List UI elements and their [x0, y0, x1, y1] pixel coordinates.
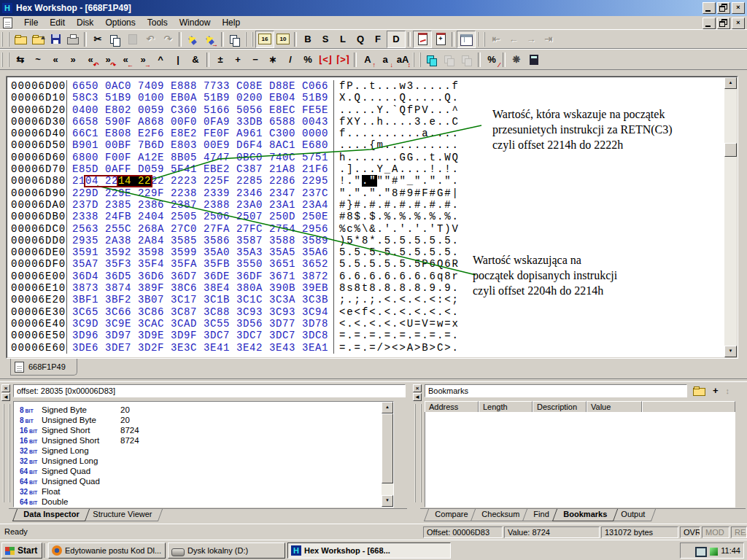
scroll-thumb[interactable] [724, 143, 737, 157]
lowercase-button[interactable]: a↓ [376, 52, 394, 68]
open-button[interactable] [12, 31, 29, 47]
menu-item-file[interactable]: File [18, 17, 44, 28]
inspector-row[interactable]: 64 BITSigned Quad [14, 466, 382, 476]
inspector-scrollbar[interactable]: ▲ ▼ [382, 402, 393, 507]
tab-bookmarks[interactable]: Bookmarks [552, 509, 618, 521]
hex-row[interactable]: 00006D802104 2214 2222 2223 225F 2285 22… [7, 175, 460, 187]
shift-right-button[interactable]: » [64, 52, 82, 68]
uppercase-button[interactable]: A↑ [359, 52, 376, 68]
rotate-right-button[interactable]: »↷ [99, 52, 117, 68]
hex-row[interactable]: 00006D50B901 00BF 7B6D E803 00E9 D6F4 8A… [7, 139, 460, 151]
rotate-left-button[interactable]: «↶ [82, 52, 99, 68]
edit-bookmark-button[interactable] [413, 31, 432, 48]
modulus-button[interactable]: % [299, 52, 317, 68]
ascii-values[interactable]: 5.5.5.5.5.5.5.5. [334, 246, 460, 258]
quad-display-button[interactable]: Q [352, 31, 369, 47]
hex-row[interactable]: 00006DF035A7 35F3 35F4 35FA 35FB 3550 36… [7, 258, 460, 270]
add-bookmark-button[interactable]: + [432, 31, 449, 47]
hex-row[interactable]: 00006D1058C3 51B9 0100 EB0A 51B9 0200 EB… [7, 92, 460, 104]
hex-values[interactable]: 6800 F00F A12E 8B05 4747 0BC0 740C 5751 [67, 152, 334, 163]
print-button[interactable] [64, 31, 82, 47]
hex-row[interactable]: 00006D200400 E802 0059 C360 5166 5056 E8… [7, 104, 460, 116]
inspector-row[interactable]: 8 BITUnsigned Byte20 [14, 415, 382, 425]
panel-grip[interactable] [3, 404, 10, 502]
inspector-row[interactable]: 64 BITDouble [14, 497, 382, 507]
hex-values[interactable]: 3591 3592 3598 3599 35A0 35A3 35A5 35A6 [67, 246, 334, 258]
scroll-down-button[interactable]: ▼ [724, 346, 737, 357]
hex-row[interactable]: 00006D4066C1 E808 E2F6 E8E2 FE0F A961 C3… [7, 128, 460, 139]
hex-values[interactable]: 237D 2385 2386 2387 2388 23A0 23A1 23A4 [67, 199, 334, 211]
child-minimize-button[interactable] [703, 18, 716, 29]
ascii-values[interactable]: fP..t...w3.....f [334, 80, 460, 92]
hex-values[interactable]: 66C1 E808 E2F6 E8E2 FE0F A961 C300 0000 [67, 128, 334, 139]
inspector-row[interactable]: 16 BITUnsigned Short8724 [14, 435, 382, 446]
ascii-values[interactable]: 6.6.6.6.6.6.6q8r [334, 271, 460, 282]
scroll-up-button[interactable]: ▲ [724, 77, 737, 89]
checksum-button[interactable]: %⁄ [483, 52, 500, 68]
start-button[interactable]: Start [1, 542, 42, 559]
tab-structure-viewer[interactable]: Structure Viewer [82, 509, 163, 521]
hex-values[interactable]: 6650 0AC0 7409 E888 7733 C08E D88E C066 [67, 80, 334, 92]
hex-row[interactable]: 00006D306658 590F A868 00F0 0FA9 33DB 65… [7, 116, 460, 128]
task-button-3[interactable]: Hex Workshop - [668... [287, 542, 451, 559]
hex-row[interactable]: 00006DB02338 24FB 2404 2505 2506 2507 25… [7, 211, 460, 222]
open-bookmarks-icon[interactable] [693, 388, 705, 396]
child-close-button[interactable]: × [732, 18, 745, 29]
or-operation-button[interactable]: | [169, 52, 187, 68]
inspector-row[interactable]: 8 BITSigned Byte20 [14, 405, 382, 415]
panel-collapse-button[interactable]: ◄ [1, 393, 10, 401]
ascii-values[interactable]: #8$.$.%.%.%.%.%. [334, 211, 460, 222]
cut-button[interactable]: ✂ [89, 31, 107, 47]
shift-right-carry-button[interactable]: »→ [134, 52, 152, 68]
hex-values[interactable]: 2338 24FB 2404 2505 2506 2507 250D 250E [67, 211, 334, 222]
hex-values[interactable]: 3D96 3D97 3D9E 3D9F 3DC7 3DC7 3DC7 3DC8 [67, 330, 334, 341]
long-display-button[interactable]: L [334, 31, 352, 47]
hex-row[interactable]: 00006E403C9D 3C9E 3CAC 3CAD 3C55 3D56 3D… [7, 318, 460, 330]
ascii-values[interactable]: )5*8*.5.5.5.5.5. [334, 235, 460, 246]
hex-values[interactable]: E85D 0AFF D059 5F41 EBE2 C387 21A8 21F6 [67, 163, 334, 175]
hex-values[interactable]: 3873 3874 389F 38C6 38E4 380A 390B 39EB [67, 282, 334, 294]
debug-button[interactable]: ❋ [508, 52, 525, 68]
hex-values[interactable]: 3BF1 3BF2 3B07 3C17 3C1B 3C1C 3C3A 3C3B [67, 294, 334, 306]
panel-close-button[interactable]: × [1, 384, 10, 392]
hex-values[interactable]: 6658 590F A868 00F0 0FA9 33DB 6588 0043 [67, 116, 334, 128]
dec-base-button[interactable]: 10 [274, 31, 292, 47]
bookmarks-collapse-button[interactable]: ◄ [413, 393, 422, 401]
hex-values[interactable]: 3C9D 3C9E 3CAC 3CAD 3C55 3D56 3D77 3D78 [67, 318, 334, 330]
network-tray-icon[interactable] [695, 547, 707, 557]
toolbar-grip[interactable] [245, 32, 253, 47]
toolbar-grip[interactable] [413, 52, 421, 67]
hex-base-button[interactable]: 16 [255, 31, 274, 48]
hex-values[interactable]: 0400 E802 0059 C360 5166 5056 E8EC FE5E [67, 104, 334, 116]
inspector-row[interactable]: 32 BITUnsigned Long [14, 456, 382, 466]
hex-values[interactable]: 2563 255C 268A 27C0 27FA 27FC 2754 2956 [67, 223, 334, 235]
bookmarks-grip[interactable] [414, 404, 422, 502]
ascii-values[interactable]: "."."."8#9#F#G#| [334, 187, 460, 199]
float-display-button[interactable]: F [369, 31, 387, 47]
inspector-list[interactable]: 8 BITSigned Byte208 BITUnsigned Byte2016… [14, 402, 382, 507]
not-operation-button[interactable]: ~ [29, 52, 47, 68]
inspector-row[interactable]: 32 BITFloat [14, 486, 382, 497]
xor-operation-button[interactable]: ^ [152, 52, 169, 68]
hex-values[interactable]: 3C65 3C66 3C86 3C87 3C88 3C93 3C93 3C94 [67, 306, 334, 318]
child-restore-button[interactable] [717, 18, 730, 29]
divide-button[interactable]: / [282, 52, 299, 68]
ascii-values[interactable]: =.=.=/><>A>B>C>. [334, 342, 460, 354]
hex-values[interactable]: 3DE6 3DE7 3D2F 3E3C 3E41 3E42 3E43 3EA1 [67, 342, 334, 354]
multiply-button[interactable]: ∗ [264, 52, 282, 68]
close-button[interactable]: × [732, 2, 745, 14]
inspector-scroll-down-button[interactable]: ▼ [382, 495, 393, 507]
ascii-values[interactable]: !."."""#"_".".". [334, 175, 460, 187]
shift-left-button[interactable]: « [47, 52, 64, 68]
ascii-values[interactable]: .....Y.`QfPV...^ [334, 104, 460, 116]
hex-row[interactable]: 00006E103873 3874 389F 38C6 38E4 380A 39… [7, 282, 460, 294]
status-ovr[interactable]: OVR [680, 526, 700, 538]
subtract-button[interactable]: − [247, 52, 264, 68]
ascii-values[interactable]: <.<.<.<.<U=V=w=x [334, 318, 460, 330]
menu-item-disk[interactable]: Disk [71, 17, 99, 28]
paste-special-button[interactable] [423, 52, 441, 68]
ascii-values[interactable]: X.Q.....Q.....Q. [334, 92, 460, 104]
ascii-values[interactable]: f..........a.... [334, 128, 460, 139]
hex-row[interactable]: 00006D90229D 229E 229F 2238 2339 2346 23… [7, 187, 460, 199]
hex-row[interactable]: 00006E503D96 3D97 3D9E 3D9F 3DC7 3DC7 3D… [7, 330, 460, 341]
